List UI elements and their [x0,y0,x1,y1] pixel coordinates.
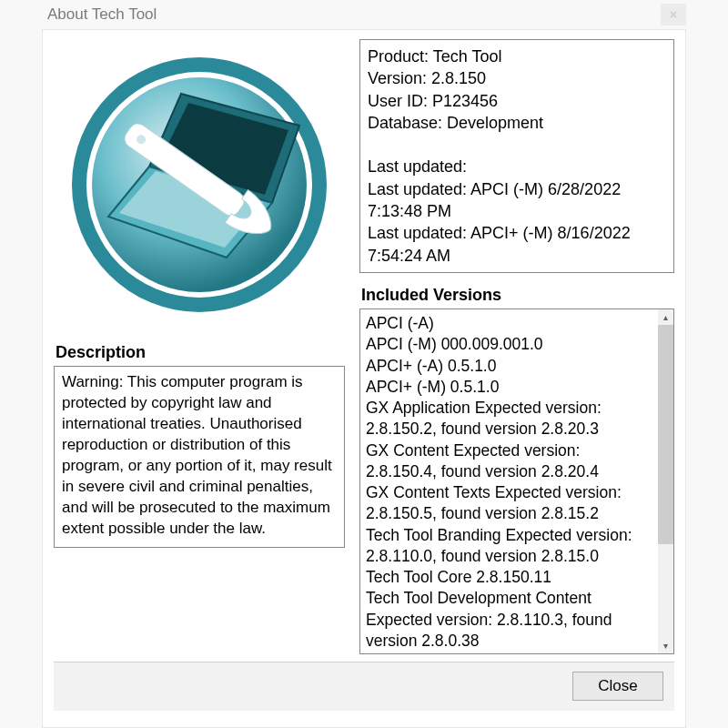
database-line: Database: Development [368,112,666,134]
included-version-line: GX Content Texts Expected version: [366,482,652,503]
last-updated-2b: 7:54:24 AM [368,245,666,267]
user-line: User ID: P123456 [368,90,666,112]
included-versions-box: APCI (-A)APCI (-M) 000.009.001.0APCI+ (-… [359,308,674,654]
included-version-line: Tech Tool Development Content [366,588,652,609]
product-line: Product: Tech Tool [368,46,666,67]
included-version-line: Tech Tool Core 2.8.150.11 [366,567,652,588]
included-versions-heading: Included Versions [361,286,674,305]
about-dialog: About Tech Tool × [0,0,728,728]
included-version-line: APCI (-A) [366,313,652,334]
last-updated-1a: Last updated: APCI (-M) 6/28/2022 [368,178,666,200]
close-button[interactable]: Close [572,672,663,701]
scroll-track[interactable] [658,325,673,638]
titlebar: About Tech Tool × [42,0,686,29]
description-heading: Description [56,343,345,362]
dialog-footer: Close [54,662,674,711]
scrollbar[interactable]: ▴ ▾ [658,309,673,653]
included-version-line: 2.8.110.0, found version 2.8.15.0 [366,546,652,567]
included-version-line: version 2.8.0.38 [366,631,652,652]
wrench-laptop-icon [63,48,336,321]
close-button-label: Close [598,677,637,695]
scroll-thumb[interactable] [658,325,673,544]
description-text: Warning: This computer program is protec… [62,373,332,537]
app-logo [54,39,345,330]
description-box: Warning: This computer program is protec… [54,366,345,548]
included-version-line: 2.8.150.4, found version 2.8.20.4 [366,461,652,482]
info-column: Product: Tech Tool Version: 2.8.150 User… [359,39,674,654]
last-updated-1b: 7:13:48 PM [368,200,666,222]
scroll-down-icon[interactable]: ▾ [658,638,673,653]
included-version-line: APCI+ (-A) 0.5.1.0 [366,356,652,377]
included-version-line: Tech Tool Branding Expected version: [366,525,652,546]
product-info-box: Product: Tech Tool Version: 2.8.150 User… [359,39,674,273]
included-version-line: Tech Tool Help Expected version: [366,652,652,653]
last-updated-2a: Last updated: APCI+ (-M) 8/16/2022 [368,222,666,244]
version-line: Version: 2.8.150 [368,67,666,89]
included-versions-text: APCI (-A)APCI (-M) 000.009.001.0APCI+ (-… [360,309,658,653]
dialog-content: Description Warning: This computer progr… [42,29,686,728]
upper-row: Description Warning: This computer progr… [54,39,674,654]
logo-column: Description Warning: This computer progr… [54,39,345,654]
included-version-line: APCI (-M) 000.009.001.0 [366,334,652,355]
blank-line [368,134,666,156]
included-version-line: 2.8.150.2, found version 2.8.20.3 [366,419,652,440]
included-version-line: 2.8.150.5, found version 2.8.15.2 [366,503,652,524]
included-version-line: GX Application Expected version: [366,398,652,419]
included-version-line: APCI+ (-M) 0.5.1.0 [366,377,652,398]
window-title: About Tech Tool [47,5,157,24]
included-version-line: GX Content Expected version: [366,440,652,461]
included-version-line: Expected version: 2.8.110.3, found [366,610,652,631]
scroll-up-icon[interactable]: ▴ [658,309,673,325]
last-updated-header: Last updated: [368,156,666,177]
close-icon[interactable]: × [661,4,686,25]
